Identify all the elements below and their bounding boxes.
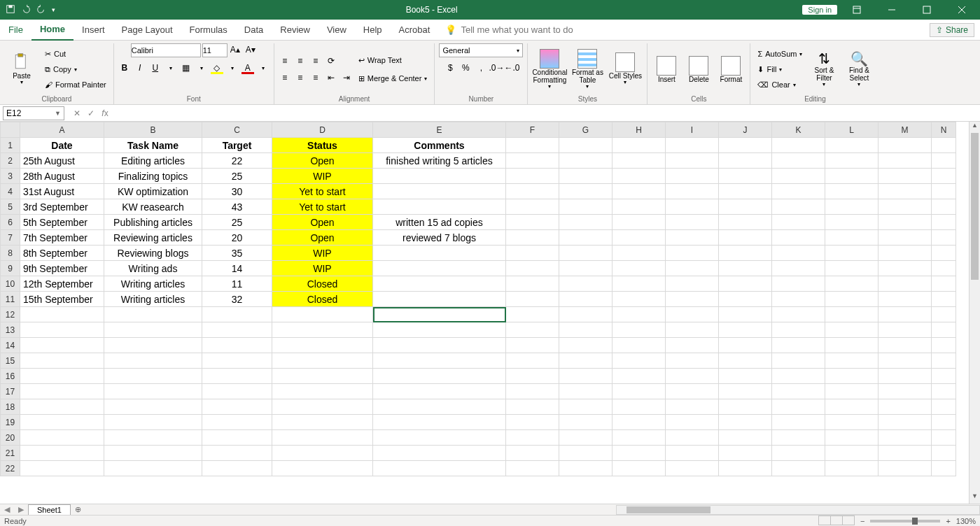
cell-B17[interactable] [104, 384, 202, 399]
cell-J9[interactable] [719, 261, 772, 276]
redo-icon[interactable] [36, 4, 46, 16]
cell-H20[interactable] [612, 430, 666, 446]
cell-J6[interactable] [719, 215, 772, 230]
cell-K12[interactable] [772, 307, 825, 322]
cell-A1[interactable]: Date [20, 138, 104, 153]
col-header-M[interactable]: M [878, 122, 932, 138]
fill-button[interactable]: ⬇Fill▾ [755, 62, 805, 76]
cell-M15[interactable] [878, 353, 932, 369]
cell-E1[interactable]: Comments [373, 138, 506, 153]
share-button[interactable]: ⇪ Share [930, 23, 974, 37]
cell-B7[interactable]: Reviewing articles [104, 230, 202, 246]
cell-F10[interactable] [506, 276, 559, 292]
col-header-I[interactable]: I [666, 122, 719, 138]
shrink-font-icon[interactable]: A▾ [244, 43, 257, 56]
autosum-button[interactable]: ΣAutoSum▾ [755, 47, 805, 61]
cell-K15[interactable] [772, 353, 825, 369]
zoom-thumb[interactable] [912, 518, 918, 525]
cell-C3[interactable]: 25 [202, 169, 272, 184]
cell-M9[interactable] [878, 261, 932, 276]
cell-N13[interactable] [932, 322, 956, 338]
cell-H2[interactable] [612, 153, 666, 169]
sort-filter-button[interactable]: ⇅Sort & Filter▾ [808, 45, 840, 94]
cell-N16[interactable] [932, 369, 956, 384]
tab-home[interactable]: Home [31, 20, 74, 41]
cell-L1[interactable] [825, 138, 878, 153]
cell-B20[interactable] [104, 430, 202, 446]
find-select-button[interactable]: 🔍Find & Select▾ [843, 45, 875, 94]
formula-input[interactable] [115, 106, 980, 120]
minimize-button[interactable] [876, 0, 907, 20]
cell-C19[interactable] [202, 415, 272, 430]
cell-N1[interactable] [932, 138, 956, 153]
cell-E3[interactable] [373, 169, 506, 184]
tab-view[interactable]: View [318, 20, 355, 41]
cell-E17[interactable] [373, 384, 506, 399]
cell-J1[interactable] [719, 138, 772, 153]
cell-D13[interactable] [272, 322, 373, 338]
spreadsheet-grid[interactable]: ABCDEFGHIJKLMN1DateTask NameTargetStatus… [0, 122, 969, 504]
cell-A16[interactable] [20, 369, 104, 384]
cell-D15[interactable] [272, 353, 373, 369]
cell-H5[interactable] [612, 199, 666, 215]
copy-button[interactable]: ⧉Copy▾ [42, 62, 109, 76]
undo-icon[interactable] [21, 4, 31, 16]
cell-N3[interactable] [932, 169, 956, 184]
cell-N12[interactable] [932, 307, 956, 322]
col-header-E[interactable]: E [373, 122, 506, 138]
cell-J3[interactable] [719, 169, 772, 184]
select-all-corner[interactable] [1, 122, 20, 138]
cell-G18[interactable] [559, 399, 612, 415]
cell-D12[interactable] [272, 307, 373, 322]
cell-M4[interactable] [878, 184, 932, 199]
cell-I14[interactable] [666, 338, 719, 353]
cell-C8[interactable]: 35 [202, 246, 272, 261]
cell-A13[interactable] [20, 322, 104, 338]
cell-A22[interactable] [20, 461, 104, 476]
cell-K18[interactable] [772, 399, 825, 415]
cell-L19[interactable] [825, 415, 878, 430]
cell-K14[interactable] [772, 338, 825, 353]
cell-E18[interactable] [373, 399, 506, 415]
cell-N14[interactable] [932, 338, 956, 353]
row-header-22[interactable]: 22 [1, 461, 20, 476]
cell-J4[interactable] [719, 184, 772, 199]
cell-I4[interactable] [666, 184, 719, 199]
cell-A17[interactable] [20, 384, 104, 399]
cell-F2[interactable] [506, 153, 559, 169]
cell-E12[interactable] [373, 307, 506, 322]
cell-L15[interactable] [825, 353, 878, 369]
cell-C1[interactable]: Target [202, 138, 272, 153]
cell-K3[interactable] [772, 169, 825, 184]
fill-dropdown-icon[interactable]: ▾ [226, 62, 239, 74]
scroll-up-icon[interactable]: ▲ [969, 122, 980, 133]
cell-L13[interactable] [825, 322, 878, 338]
cell-L9[interactable] [825, 261, 878, 276]
align-right-icon[interactable]: ≡ [309, 71, 322, 84]
cell-M6[interactable] [878, 215, 932, 230]
cell-G8[interactable] [559, 246, 612, 261]
close-button[interactable] [946, 0, 977, 20]
cell-I16[interactable] [666, 369, 719, 384]
cell-B13[interactable] [104, 322, 202, 338]
cell-H8[interactable] [612, 246, 666, 261]
align-bottom-icon[interactable]: ≡ [309, 55, 322, 67]
cell-A21[interactable] [20, 446, 104, 461]
cell-G10[interactable] [559, 276, 612, 292]
cell-I11[interactable] [666, 292, 719, 307]
cell-D7[interactable]: Open [272, 230, 373, 246]
cell-I15[interactable] [666, 353, 719, 369]
zoom-in-button[interactable]: + [946, 517, 950, 525]
cell-F3[interactable] [506, 169, 559, 184]
cell-H17[interactable] [612, 384, 666, 399]
cell-D4[interactable]: Yet to start [272, 184, 373, 199]
signin-button[interactable]: Sign in [802, 5, 837, 15]
cell-F12[interactable] [506, 307, 559, 322]
cell-B4[interactable]: KW optimization [104, 184, 202, 199]
cell-K19[interactable] [772, 415, 825, 430]
cell-K11[interactable] [772, 292, 825, 307]
row-header-16[interactable]: 16 [1, 369, 20, 384]
cell-L22[interactable] [825, 461, 878, 476]
cell-K4[interactable] [772, 184, 825, 199]
cell-C16[interactable] [202, 369, 272, 384]
